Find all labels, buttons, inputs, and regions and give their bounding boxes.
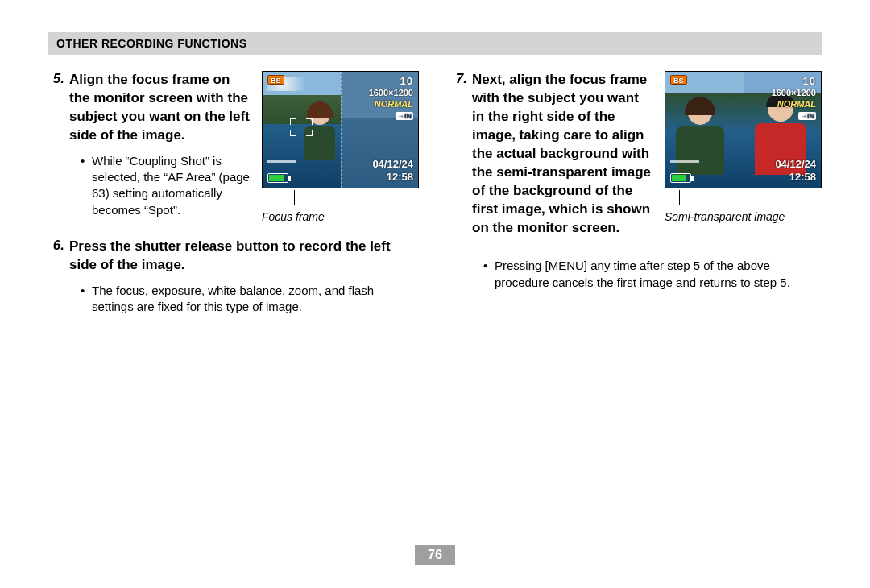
page-number-wrap: 76 [0,545,870,565]
osd-bs-badge: BS [267,75,284,85]
step-6: 6. Press the shutter release button to r… [48,238,419,321]
two-column-layout: 5. Align the focus frame on the monitor … [48,71,822,334]
osd-date: 04/12/24 [372,158,413,170]
osd-resolution: 1600×1200 [772,88,816,97]
bullet-text: While “Coupling Shot” is selected, the “… [92,153,251,218]
bullet-text: The focus, exposure, white balance, zoom… [92,283,419,316]
right-column: 7. Next, align the focus frame with the … [451,71,822,334]
step-6-bullet: • The focus, exposure, white balance, zo… [81,283,419,316]
osd-resolution: 1600×1200 [369,88,413,97]
osd-time: 12:58 [387,171,413,183]
osd-memory: →IN [798,112,816,120]
figure-1-caption: Focus frame [262,209,419,224]
osd-ev-scale [267,160,296,168]
step-number: 7. [451,71,472,245]
battery-icon [267,173,288,183]
osd-quality: NORMAL [375,99,413,109]
step-5-title: Align the focus frame on the monitor scr… [69,71,251,145]
osd-memory: →IN [396,112,413,120]
step-5-bullet: • While “Coupling Shot” is selected, the… [81,153,251,218]
callout-line [294,190,295,205]
osd-ev-scale [670,160,699,168]
callout-line [679,190,680,205]
figure-2-caption: Semi-transparent image [665,209,822,224]
left-column: 5. Align the focus frame on the monitor … [48,71,419,334]
step-6-title: Press the shutter release button to reco… [69,238,419,275]
osd-quality: NORMAL [777,99,816,109]
step-number: 6. [48,238,69,321]
page-number: 76 [415,545,455,565]
section-header: OTHER RECORDING FUNCTIONS [48,32,822,55]
step-number: 5. [48,71,69,225]
manual-page: OTHER RECORDING FUNCTIONS 5. Align the f… [0,0,870,588]
step-7: 7. Next, align the focus frame with the … [451,71,822,245]
figure-2: BS 10 1600×1200 NORMAL →IN 04/12/24 12:5… [665,71,822,224]
osd-time: 12:58 [789,171,816,183]
osd-date: 04/12/24 [775,158,816,170]
step-7-bullet: • Pressing [MENU] any time after step 5 … [483,258,822,291]
osd-bs-badge: BS [670,75,687,85]
step-5: 5. Align the focus frame on the monitor … [48,71,419,225]
osd-shot-count: 10 [803,75,816,87]
camera-screen-2: BS 10 1600×1200 NORMAL →IN 04/12/24 12:5… [665,71,822,188]
bullet-text: Pressing [MENU] any time after step 5 of… [495,258,822,291]
camera-screen-1: BS 10 1600×1200 NORMAL →IN 04/12/24 12:5… [262,71,419,188]
step-7-title: Next, align the focus frame with the sub… [472,71,653,237]
osd-shot-count: 10 [400,75,413,87]
figure-1: BS 10 1600×1200 NORMAL →IN 04/12/24 12:5… [262,71,419,224]
focus-frame-icon [290,118,313,136]
battery-icon [670,173,691,183]
